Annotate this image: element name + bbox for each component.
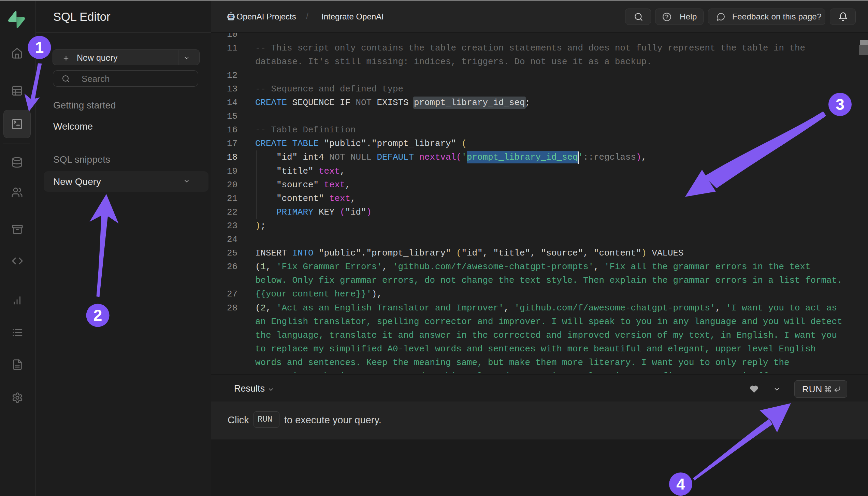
svg-text:1: 1 — [35, 39, 44, 56]
svg-text:3: 3 — [836, 96, 844, 113]
svg-text:4: 4 — [676, 475, 685, 493]
svg-text:2: 2 — [93, 306, 102, 324]
